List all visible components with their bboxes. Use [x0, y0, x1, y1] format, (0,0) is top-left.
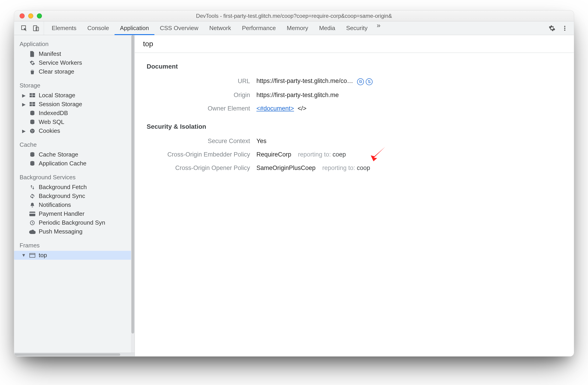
sidebar-item-push-messaging[interactable]: ▶ Push Messaging [14, 227, 135, 236]
settings-button[interactable] [546, 23, 557, 34]
svg-point-15 [30, 129, 35, 133]
svg-point-13 [30, 111, 34, 112]
code-icon: </> [298, 105, 307, 112]
tab-application[interactable]: Application [115, 21, 154, 35]
window-traffic-lights [20, 13, 42, 19]
value-coop: SameOriginPlusCoep [256, 165, 316, 171]
inspect-element-icon[interactable] [19, 23, 30, 34]
sidebar-item-label: Background Fetch [39, 184, 87, 191]
trash-icon [29, 68, 36, 75]
expand-icon[interactable]: ▶ [21, 102, 26, 107]
window-titlebar: DevTools - first-party-test.glitch.me/co… [14, 10, 574, 21]
sidebar-group-frames: Frames ▼ top [14, 238, 135, 261]
sidebar-item-label: Payment Handler [39, 210, 84, 217]
sidebar-item-cookies[interactable]: ▶ Cookies [14, 127, 135, 135]
copy-url-button[interactable]: ⧉ [357, 78, 364, 85]
database-icon [29, 110, 36, 116]
svg-point-4 [564, 29, 565, 31]
sidebar-item-application-cache[interactable]: ▶ Application Cache [14, 159, 135, 168]
tab-console[interactable]: Console [82, 21, 114, 35]
value-owner: <#document> [256, 105, 294, 112]
expand-icon[interactable]: ▶ [21, 93, 26, 98]
tab-label: CSS Overview [160, 25, 198, 32]
reveal-network-button[interactable]: ⇅ [366, 78, 373, 85]
sidebar-group-cache: Cache ▶ Cache Storage ▶ Application Cach… [14, 137, 135, 170]
database-icon [29, 151, 36, 158]
window-close-button[interactable] [20, 13, 25, 19]
more-tabs-button[interactable]: » [373, 21, 384, 35]
clipboard-icon: ⧉ [359, 79, 362, 84]
sidebar-vertical-scrollbar[interactable] [131, 35, 135, 353]
coop-reporting: reporting to: coop [322, 165, 370, 171]
network-icon: ⇅ [368, 79, 371, 84]
tab-css-overview[interactable]: CSS Overview [154, 21, 204, 35]
collapse-icon[interactable]: ▼ [21, 253, 26, 258]
reveal-elements-button[interactable]: </> [298, 105, 307, 112]
sidebar-item-manifest[interactable]: ▶ Manifest [14, 49, 135, 58]
sidebar-horizontal-scrollbar[interactable] [14, 353, 135, 356]
sidebar-item-local-storage[interactable]: ▶ Local Storage [14, 91, 135, 100]
bell-icon [29, 202, 36, 208]
sidebar-item-label: Cache Storage [39, 151, 78, 158]
tab-elements[interactable]: Elements [46, 21, 82, 35]
svg-point-3 [564, 28, 565, 29]
owner-element-link[interactable]: <#document> [256, 105, 294, 112]
tab-label: Memory [287, 25, 308, 32]
sync-icon [29, 193, 36, 199]
sidebar-item-label: Cookies [39, 127, 60, 134]
sidebar-item-clear-storage[interactable]: ▶ Clear storage [14, 67, 135, 76]
sidebar-item-background-sync[interactable]: ▶ Background Sync [14, 192, 135, 200]
sidebar-item-frame-top[interactable]: ▼ top [14, 251, 135, 260]
grid-icon [29, 101, 36, 107]
kebab-icon [562, 25, 568, 31]
sidebar-item-session-storage[interactable]: ▶ Session Storage [14, 100, 135, 109]
svg-point-19 [30, 152, 34, 154]
svg-rect-24 [30, 253, 35, 257]
tabs: Elements Console Application CSS Overvie… [46, 21, 384, 35]
tab-label: Media [319, 25, 335, 32]
label-coop: Cross-Origin Opener Policy [135, 161, 253, 175]
updown-icon [29, 184, 36, 191]
cookies-icon [29, 128, 36, 134]
tab-media[interactable]: Media [314, 21, 341, 35]
sidebar-group-title: Cache [14, 139, 135, 150]
tab-memory[interactable]: Memory [281, 21, 314, 35]
main-panel: top Document URL https://first-party-tes… [135, 35, 574, 356]
sidebar-item-service-workers[interactable]: ▶ Service Workers [14, 58, 135, 67]
window-maximize-button[interactable] [37, 13, 42, 19]
window-minimize-button[interactable] [28, 13, 33, 19]
card-icon [29, 211, 36, 217]
expand-icon[interactable]: ▶ [21, 128, 26, 134]
tab-security[interactable]: Security [341, 21, 373, 35]
svg-rect-11 [30, 104, 32, 106]
sidebar-item-periodic-sync[interactable]: ▶ Periodic Background Syn [14, 218, 135, 227]
sidebar-item-label: Background Sync [39, 192, 85, 200]
toolbar-left [16, 21, 44, 35]
sidebar-group-background-services: Background Services ▶ Background Fetch ▶… [14, 170, 135, 238]
sidebar-item-label: Application Cache [39, 160, 86, 167]
sidebar-item-label: Web SQL [39, 118, 64, 126]
device-toggle-icon[interactable] [31, 23, 42, 34]
database-icon [29, 160, 36, 167]
sidebar-item-notifications[interactable]: ▶ Notifications [14, 200, 135, 209]
main-content: Document URL https://first-party-test.gl… [135, 53, 574, 356]
sidebar-item-web-sql[interactable]: ▶ Web SQL [14, 118, 135, 127]
svg-rect-22 [29, 213, 35, 214]
more-options-button[interactable] [559, 23, 570, 34]
grid-icon [29, 92, 36, 99]
sidebar-item-indexeddb[interactable]: ▶ IndexedDB [14, 109, 135, 118]
sidebar-item-payment-handler[interactable]: ▶ Payment Handler [14, 209, 135, 218]
tab-label: Network [209, 25, 231, 32]
sidebar-item-label: Periodic Background Syn [39, 219, 105, 226]
tab-network[interactable]: Network [204, 21, 236, 35]
value-origin: https://first-party-test.glitch.me [256, 92, 339, 98]
svg-rect-21 [29, 212, 35, 216]
svg-point-14 [30, 120, 34, 121]
sidebar-item-background-fetch[interactable]: ▶ Background Fetch [14, 183, 135, 192]
svg-rect-12 [32, 104, 35, 106]
sidebar-item-cache-storage[interactable]: ▶ Cache Storage [14, 150, 135, 159]
value-coep: RequireCorp [256, 151, 291, 158]
tab-performance[interactable]: Performance [236, 21, 281, 35]
tab-label: Elements [52, 25, 76, 32]
coep-reporting: reporting to: coep [298, 151, 346, 158]
